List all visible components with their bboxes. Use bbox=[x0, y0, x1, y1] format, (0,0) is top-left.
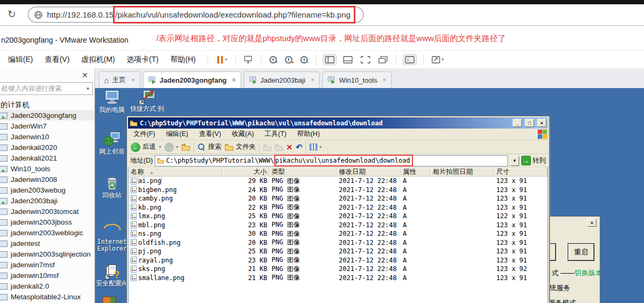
copy-to-icon[interactable] bbox=[275, 143, 283, 151]
desktop-icon-security-wizard[interactable]: ? 安全配置向 bbox=[95, 262, 129, 287]
sidebar-vm-item[interactable]: jadenwin2003jboss bbox=[0, 217, 95, 227]
column-header[interactable]: 尺寸 bbox=[494, 168, 547, 176]
sidebar-vm-item[interactable]: JadenWin7 bbox=[0, 121, 95, 131]
close-sidebar-icon[interactable] bbox=[82, 71, 88, 79]
tab-win10-tools[interactable]: Win10_tools bbox=[322, 71, 392, 88]
menu-item[interactable]: 帮助(H) bbox=[164, 53, 201, 67]
restart-button[interactable]: 重启 bbox=[568, 243, 594, 261]
sidebar-vm-item[interactable]: Jadenwin10 bbox=[0, 131, 95, 142]
column-header[interactable]: 属性 bbox=[401, 168, 431, 176]
sidebar-vm-item[interactable]: jadenwin10msf bbox=[0, 270, 95, 281]
up-button[interactable] bbox=[181, 143, 190, 151]
unity-mode-button[interactable] bbox=[377, 54, 389, 65]
sidebar-vm-item[interactable]: Jadenkali2020 bbox=[0, 142, 95, 153]
sidebar-vm-item[interactable]: Jadenwin2003tomcat bbox=[0, 206, 95, 217]
close-button[interactable]: × bbox=[537, 119, 546, 127]
url-field[interactable]: http://192.168.0.15 /pikachu/vul/unsafed… bbox=[28, 6, 364, 23]
minimize-button[interactable]: _ bbox=[513, 119, 522, 127]
views-button[interactable] bbox=[309, 143, 322, 150]
vm-search-input[interactable]: 处键入内容进行搜索 bbox=[0, 82, 93, 95]
explorer-titlebar[interactable]: C:\phpStudy\PHPTutorial\WWW\pikachu\vul\… bbox=[128, 117, 548, 129]
sidebar-vm-item[interactable]: jadenkali2.0 bbox=[0, 281, 95, 291]
file-type: PNG 图像 bbox=[269, 273, 337, 282]
file-row[interactable]: pj.png 25 KB PNG 图像 2021-7-12 22:48 A 12… bbox=[129, 247, 547, 256]
delete-icon[interactable] bbox=[287, 143, 293, 152]
desktop-icon-my-computer[interactable]: 我的电脑 bbox=[95, 89, 129, 114]
send-ctrl-alt-del-button[interactable] bbox=[242, 54, 255, 66]
column-header[interactable]: 类型 bbox=[269, 168, 337, 176]
sidebar-vm-item[interactable]: jadenwin2003weblogic bbox=[0, 227, 95, 238]
column-header[interactable]: 名称 bbox=[129, 168, 222, 176]
menu-item[interactable]: 编辑(E) bbox=[2, 53, 39, 67]
desktop-icon-internet-explorer[interactable]: e Internet Explorer bbox=[95, 219, 129, 252]
menu-item[interactable]: 编辑(E) bbox=[161, 130, 194, 139]
back-button[interactable]: ← 后退 bbox=[131, 142, 161, 152]
maximize-button[interactable]: □ bbox=[525, 119, 534, 127]
close-tab-icon[interactable] bbox=[232, 76, 236, 84]
file-row[interactable]: camby.png 20 KB PNG 图像 2021-7-12 22:48 A… bbox=[129, 194, 547, 203]
sidebar-vm-item[interactable]: Jadenwin2008 bbox=[0, 174, 95, 185]
close-tab-icon[interactable] bbox=[311, 76, 314, 84]
sidebar-vm-item[interactable]: Jaden2003gongfang bbox=[0, 110, 95, 121]
tab-jaden2003baji[interactable]: Jaden2003baji bbox=[244, 71, 320, 88]
close-tab-icon[interactable] bbox=[131, 76, 135, 84]
file-row[interactable]: oldfish.png 20 KB PNG 图像 2021-7-12 22:48… bbox=[129, 238, 547, 248]
menu-item[interactable]: 文件(F) bbox=[128, 130, 161, 139]
column-header[interactable]: 修改日期 bbox=[337, 168, 401, 176]
address-dropdown-icon[interactable]: ▼ bbox=[510, 156, 519, 166]
sidebar-vm-item[interactable]: jadentest bbox=[0, 238, 95, 249]
file-row[interactable]: sks.png 21 KB PNG 图像 2021-7-12 22:48 A 1… bbox=[129, 265, 547, 274]
switch-version-link[interactable]: 切换版本 bbox=[575, 269, 600, 277]
file-row[interactable]: mbl.png 23 KB PNG 图像 2021-7-12 22:48 A 1… bbox=[129, 221, 547, 230]
desktop-icon-recycle-bin[interactable]: 回收站 bbox=[95, 173, 129, 199]
tab-jaden2003gongfang[interactable]: Jaden2003gongfang bbox=[143, 71, 241, 88]
move-to-icon[interactable] bbox=[263, 143, 272, 151]
desktop-icon-shortcut[interactable]: 快捷方式 到 bbox=[128, 88, 166, 113]
revert-snapshot-button[interactable] bbox=[283, 54, 294, 65]
sidebar-vm-item[interactable]: jadenwin2003sqlinjection bbox=[0, 249, 95, 259]
sidebar-vm-item[interactable]: Jadenkali2021 bbox=[0, 153, 95, 163]
undo-icon[interactable] bbox=[296, 142, 303, 152]
file-row[interactable]: smallane.png 21 KB PNG 图像 2021-7-12 22:4… bbox=[129, 274, 547, 283]
pause-vm-button[interactable] bbox=[214, 53, 229, 66]
manage-snapshots-button[interactable] bbox=[299, 54, 309, 65]
file-row[interactable]: rayal.png 23 KB PNG 图像 2021-7-12 22:48 A… bbox=[129, 256, 547, 265]
menu-item[interactable]: 帮助(H) bbox=[292, 130, 325, 139]
menu-item[interactable]: 选项卡(T) bbox=[121, 53, 164, 67]
column-header[interactable]: 大小 bbox=[222, 168, 269, 176]
fullscreen-mode-button[interactable] bbox=[359, 54, 372, 65]
close-tab-icon[interactable] bbox=[383, 76, 386, 84]
menu-item[interactable]: 工具(T) bbox=[259, 130, 292, 139]
sidebar-vm-item[interactable]: Win10_tools bbox=[0, 163, 95, 174]
reload-icon[interactable] bbox=[7, 8, 16, 20]
enter-fullscreen-button[interactable] bbox=[430, 54, 446, 65]
address-input[interactable]: C:\phpStudy\PHPTutorial\WWW\ pikachu\vul… bbox=[155, 155, 508, 166]
take-snapshot-button[interactable] bbox=[268, 54, 279, 65]
sidebar-vm-item[interactable]: Jaden2003baji bbox=[0, 195, 95, 206]
file-row[interactable]: ns.png 30 KB PNG 图像 2021-7-12 22:48 A 12… bbox=[129, 229, 547, 238]
go-button[interactable]: → 转到 bbox=[521, 156, 546, 165]
show-thumbnail-bar-button[interactable] bbox=[341, 54, 354, 65]
search-dropdown-icon[interactable] bbox=[86, 86, 89, 91]
menu-item[interactable]: 查看(V) bbox=[194, 130, 227, 139]
tab-home[interactable]: 主页 bbox=[99, 71, 140, 88]
sidebar-vm-item[interactable]: jadenwin7msf bbox=[0, 259, 95, 270]
folders-button[interactable]: 文件夹 bbox=[225, 142, 256, 152]
file-row[interactable]: ai.png 29 KB PNG 图像 2021-7-12 22:48 A 12… bbox=[129, 177, 547, 186]
menu-item[interactable]: 收藏(A) bbox=[226, 130, 259, 139]
forward-button[interactable]: → bbox=[164, 142, 178, 152]
sidebar-vm-item[interactable]: Metasploitable2-Linux bbox=[0, 291, 95, 302]
desktop-icon-network[interactable]: 网上邻居 bbox=[95, 130, 129, 155]
dialog-close-icon[interactable]: × bbox=[587, 219, 597, 227]
file-row[interactable]: kb.png 22 KB PNG 图像 2021-7-12 22:48 A 12… bbox=[129, 203, 547, 212]
sidebar-vm-item[interactable]: jaden2003webug bbox=[0, 185, 95, 195]
show-library-button[interactable] bbox=[323, 54, 337, 65]
console-view-button[interactable]: >_ bbox=[403, 54, 417, 65]
search-button[interactable]: 搜索 bbox=[197, 142, 221, 152]
menu-item[interactable]: 虚拟机(M) bbox=[75, 53, 121, 67]
column-header[interactable]: 相片拍照日期 bbox=[431, 168, 494, 176]
partial-desktop-icon[interactable] bbox=[102, 297, 116, 303]
menu-item[interactable]: 查看(V) bbox=[39, 53, 76, 67]
file-row[interactable]: bigben.png 24 KB PNG 图像 2021-7-12 22:48 … bbox=[129, 186, 547, 195]
file-row[interactable]: lmx.png 25 KB PNG 图像 2021-7-12 22:48 A 1… bbox=[129, 212, 547, 221]
